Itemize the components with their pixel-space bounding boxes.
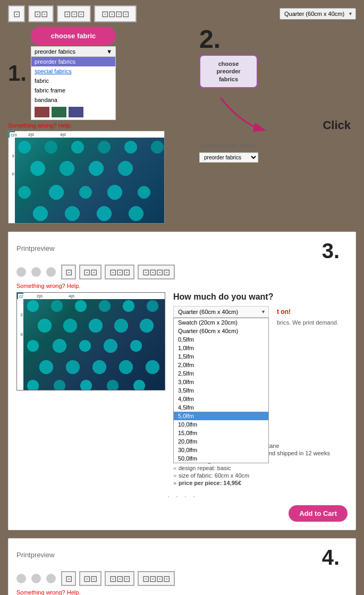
icon-box-1[interactable]: ⊡	[8, 5, 25, 22]
icon-box-2[interactable]: ⊡⊡	[28, 5, 54, 22]
panel3-ruler-left: 2 0	[17, 299, 23, 390]
panel3-title: Printpreview	[16, 244, 55, 252]
fabric-thumbs	[31, 105, 115, 120]
panel3-fabric-sub: brics. We print demand.	[277, 319, 348, 327]
choose-preorder-label-small: choose preorder fabrics	[199, 142, 255, 148]
fabric-option-bandana[interactable]: bandana	[31, 95, 115, 105]
panel3-icon-circle-3	[46, 267, 56, 277]
panel3-ruler-top: 2|0 4|0	[23, 293, 165, 299]
ruler-left: 2 0	[9, 138, 15, 223]
qty-300[interactable]: 30,0lfm	[174, 446, 268, 454]
panel3-fabric-preview: cm 2|0 4|0 2 0	[16, 292, 165, 390]
panel3-fabric-prompt: t on!	[277, 308, 348, 316]
panel-3: Printpreview 3. ⊡ ⊡⊡ ⊡⊡⊡ ⊡⊡⊡⊡ Something …	[8, 232, 356, 530]
something-wrong-1: Something wrong? Help.	[8, 122, 189, 129]
qty-40[interactable]: 4,0lfm	[174, 395, 268, 403]
spec-fabric-size: size of fabric: 60cm x 40cm	[173, 472, 348, 479]
panel3-icon-1[interactable]: ⊡	[61, 265, 76, 279]
preorder-small-area: choose preorder fabrics	[199, 142, 356, 148]
qty-15[interactable]: 1,5lfm	[174, 352, 268, 361]
qty-20[interactable]: 2,0lfm	[174, 361, 268, 369]
fabric-thumb-2[interactable]	[52, 107, 66, 117]
step2-number: 2.	[199, 25, 221, 53]
qty-quarter[interactable]: Quarter (60cm x 40cm)	[174, 327, 268, 335]
panel4-icon-circle-1	[16, 574, 26, 583]
panel3-icon-2[interactable]: ⊡⊡	[79, 265, 101, 279]
fabric-thumb-3[interactable]	[69, 107, 83, 117]
panel3-pagination: · · · ·	[16, 491, 348, 502]
qty-150[interactable]: 15,0lfm	[174, 429, 268, 437]
panel-4: Printpreview 4. ⊡ ⊡⊡ ⊡⊡⊡ ⊡⊡⊡⊡ Something …	[8, 538, 356, 595]
arrow-svg	[210, 92, 295, 135]
qty-swatch[interactable]: Swatch (20cm x 20cm)	[174, 318, 268, 327]
panel4-something-wrong: Something wrong? Help.	[16, 589, 348, 595]
panel3-left: cm 2|0 4|0 2 0	[16, 292, 165, 487]
panel3-step: 3.	[322, 240, 340, 261]
qty-30[interactable]: 3,0lfm	[174, 378, 268, 386]
qty-35[interactable]: 3,5lfm	[174, 386, 268, 395]
qty-100[interactable]: 10,0lfm	[174, 420, 268, 429]
qty-25[interactable]: 2,5lfm	[174, 369, 268, 378]
choose-preorder-button[interactable]: choose preorder fabrics	[199, 55, 258, 88]
panel3-icon-circle-1	[16, 267, 26, 277]
fabric-option-special[interactable]: special fabrics	[31, 66, 115, 76]
preorder-select[interactable]: preorder fabrics	[199, 152, 258, 163]
panel4-toolbar: ⊡ ⊡⊡ ⊡⊡⊡ ⊡⊡⊡⊡	[16, 571, 348, 586]
fabric-thumb-1[interactable]	[35, 107, 49, 117]
qty-45[interactable]: 4,5lfm	[174, 403, 268, 412]
toolbar-row: ⊡ ⊡⊡ ⊡⊡⊡ ⊡⊡⊡⊡ Quarter (60cm x 40cm)	[8, 5, 356, 22]
panel4-icon-2[interactable]: ⊡⊡	[79, 571, 101, 586]
panel4-icon-3[interactable]: ⊡⊡⊡	[105, 571, 134, 586]
icon-box-4[interactable]: ⊡⊡⊡⊡	[94, 5, 137, 22]
spec-design-repeat: design repeat: basic	[173, 464, 348, 472]
panel3-icon-4[interactable]: ⊡⊡⊡⊡	[138, 265, 175, 279]
panel4-step: 4.	[322, 547, 340, 568]
panel3-content: cm 2|0 4|0 2 0 How much do you want? Qua…	[16, 292, 348, 487]
top-section: ⊡ ⊡⊡ ⊡⊡⊡ ⊡⊡⊡⊡ Quarter (60cm x 40cm) 1. c…	[0, 0, 364, 232]
arrow-area: Click	[199, 92, 356, 135]
step2-content: choose preorder fabrics Click	[199, 55, 356, 163]
panel3-add-to-cart[interactable]: Add to Cart	[289, 505, 348, 522]
panel4-icon-1[interactable]: ⊡	[61, 571, 76, 586]
spec-price: price per piece: 14,95€	[173, 479, 348, 487]
qty-05[interactable]: 0,5lfm	[174, 335, 268, 344]
panel3-something-wrong: Something wrong? Help.	[16, 283, 348, 289]
choose-fabric-button[interactable]: choose fabric	[31, 27, 116, 45]
click-text: Click	[323, 118, 351, 132]
fabric-option-frame[interactable]: fabric frame	[31, 86, 115, 95]
step1-number: 1.	[8, 62, 27, 84]
panel3-footer: · · · · Add to Cart	[16, 491, 348, 522]
fabric-option-fabric[interactable]: fabric	[31, 76, 115, 86]
fabric-preview-top: 2|0 4|0 2 0 cm	[8, 131, 165, 224]
fabric-dropdown: preorder fabrics ▼ preorder fabrics spec…	[31, 46, 116, 120]
panel3-toolbar: ⊡ ⊡⊡ ⊡⊡⊡ ⊡⊡⊡⊡	[16, 265, 348, 279]
panel4-icon-4[interactable]: ⊡⊡⊡⊡	[138, 571, 175, 586]
quarter-select[interactable]: Quarter (60cm x 40cm)	[280, 8, 356, 20]
quarter-select-wrapper[interactable]: Quarter (60cm x 40cm)	[280, 8, 356, 20]
panel4-icon-circle-2	[31, 574, 41, 583]
icon-box-3[interactable]: ⊡⊡⊡	[57, 5, 91, 22]
panel3-how-much: How much do you want?	[173, 292, 348, 302]
panel3-qty-dropdown[interactable]: Swatch (20cm x 20cm) Quarter (60cm x 40c…	[173, 318, 269, 463]
panel3-icon-3[interactable]: ⊡⊡⊡	[105, 265, 134, 279]
panel3-select-wrapper[interactable]: Quarter (60cm x 40cm)	[173, 306, 269, 318]
panel4-icon-circle-3	[46, 574, 56, 583]
fabric-dropdown-header[interactable]: preorder fabrics ▼	[31, 47, 115, 57]
panel3-qty-select[interactable]: Quarter (60cm x 40cm)	[173, 306, 269, 318]
panel3-right: How much do you want? Quarter (60cm x 40…	[173, 292, 348, 487]
qty-50[interactable]: 5,0lfm	[174, 412, 268, 420]
panel3-icon-circle-2	[31, 267, 41, 277]
qty-10[interactable]: 1,0lfm	[174, 344, 268, 352]
fabric-option-preorder[interactable]: preorder fabrics	[31, 57, 115, 66]
qty-500[interactable]: 50,0lfm	[174, 454, 268, 463]
qty-200[interactable]: 20,0lfm	[174, 437, 268, 446]
preorder-select-row: preorder fabrics	[199, 152, 356, 163]
ruler-top: 2|0 4|0	[15, 131, 164, 138]
panel4-title: Printpreview	[16, 551, 55, 559]
